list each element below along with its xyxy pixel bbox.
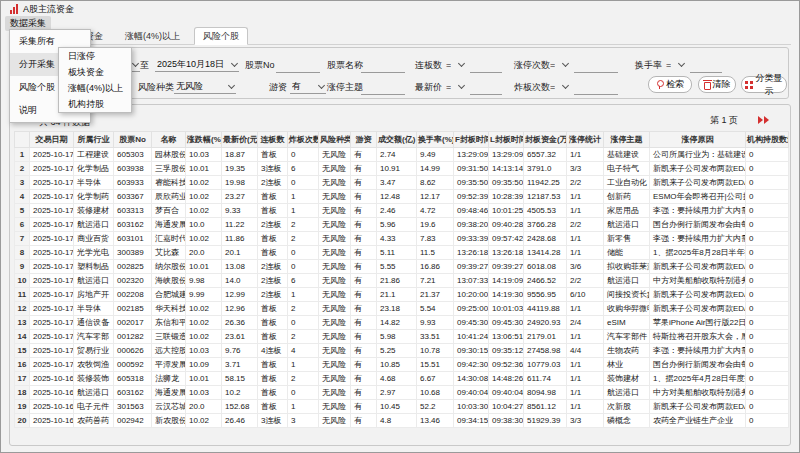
column-header[interactable]: 风险种类	[319, 132, 351, 148]
table-cell: 航运港口	[604, 386, 650, 400]
column-header[interactable]: L封板时间	[489, 132, 524, 148]
tab-risk-stocks[interactable]: 风险个股	[194, 27, 248, 45]
table-row[interactable]: 82025-10-17光学光电300389艾比森20.020.1首板0无风险有5…	[15, 246, 789, 260]
table-cell: 12.17	[417, 190, 454, 204]
date-to-select[interactable]: 2025年10月18日	[155, 58, 239, 72]
table-cell: 2025-10-17	[30, 330, 74, 344]
huanshou-input[interactable]	[690, 58, 722, 73]
search-button[interactable]: 检索	[648, 76, 692, 93]
huanshou-op-select[interactable]: =	[664, 58, 686, 72]
table-cell: 新凯来子公司发布两款EDA设计软...	[650, 400, 746, 414]
submenu-item-daily-limit-up[interactable]: 日涨停	[59, 48, 131, 64]
column-header[interactable]: 炸板次数	[288, 132, 319, 148]
zt-count-input[interactable]	[574, 58, 618, 73]
zhaban-op-select[interactable]: =	[548, 80, 570, 94]
table-cell: 2	[288, 302, 319, 316]
table-row[interactable]: 12025-10-17工程建设605303园林股份10.0318.87首板0无风…	[15, 148, 789, 162]
zhaban-input[interactable]	[574, 80, 618, 95]
column-header[interactable]: 涨停统计	[567, 132, 604, 148]
category-display-button[interactable]: 分类显示	[741, 76, 787, 93]
column-header[interactable]: 涨停主题	[604, 132, 650, 148]
table-cell: 0	[746, 246, 789, 260]
table-cell: 10.09	[186, 358, 222, 372]
column-header[interactable]	[15, 132, 30, 148]
table-cell: 0	[746, 162, 789, 176]
table-row[interactable]: 142025-10-17汽车零部001282三联锻造10.0223.61首板2无…	[15, 330, 789, 344]
table-row[interactable]: 162025-10-17农牧饲渔000592平潭发展10.093.71首板1无风…	[15, 358, 789, 372]
column-header[interactable]: 封板资金(万)	[524, 132, 567, 148]
zt-theme-input[interactable]	[361, 80, 405, 95]
table-row[interactable]: 112025-10-17房地产开002208合肥城建9.9912.992连板1无…	[15, 288, 789, 302]
submenu-item-block-funds[interactable]: 板块资金	[59, 64, 131, 80]
table-row[interactable]: 72025-10-17商业百货603101汇嘉时代10.0211.86首板2无风…	[15, 232, 789, 246]
column-header[interactable]: 涨停原因	[650, 132, 746, 148]
table-row[interactable]: 102025-10-17航运港口002320海峡股份9.9814.02连板6无风…	[15, 274, 789, 288]
table-row[interactable]: 32025-10-17半导体603933睿能科技10.0219.982连板0无风…	[15, 176, 789, 190]
table-cell: 无风险	[319, 288, 351, 302]
table-cell: 0	[746, 316, 789, 330]
table-cell: 航运港口	[74, 274, 114, 288]
submenu-item-gain-above-4pct[interactable]: 涨幅(4%)以上	[59, 80, 131, 96]
column-header[interactable]: 股票No	[114, 132, 152, 148]
table-cell: 1/1	[567, 190, 604, 204]
latest-price-input[interactable]	[470, 80, 502, 95]
table-cell: 2466.52	[524, 274, 567, 288]
column-header[interactable]: 所属行业	[74, 132, 114, 148]
column-header[interactable]: 连板数	[258, 132, 288, 148]
table-row[interactable]: 42025-10-17化学制药603367辰欣药业10.0223.27首板1无风…	[15, 190, 789, 204]
table-cell: 0	[746, 288, 789, 302]
table-cell: 2025-10-17	[30, 176, 74, 190]
table-cell: 特斯拉将召开股东大会，展示机器...	[650, 330, 746, 344]
table-cell: 20.0	[186, 246, 222, 260]
zt-count-op-select[interactable]: =	[548, 58, 570, 72]
column-header[interactable]: 涨跌幅(%)	[186, 132, 222, 148]
table-row[interactable]: 182025-10-16航运港口603162海通发展10.0310.2首板0无风…	[15, 386, 789, 400]
column-header[interactable]: 交易日期	[30, 132, 74, 148]
table-cell: 13:26:18	[489, 246, 524, 260]
table-cell: 0	[288, 246, 319, 260]
table-cell: 1/1	[567, 372, 604, 386]
table-cell: 2025-10-16	[30, 400, 74, 414]
stock-name-input[interactable]	[361, 58, 405, 73]
tab-gain-above-4pct[interactable]: 涨幅(4%)以上	[117, 28, 188, 44]
stock-no-input[interactable]	[276, 58, 320, 73]
column-header[interactable]: 游资	[351, 132, 377, 148]
table-cell: 10:03:30	[454, 400, 489, 414]
table-cell: 09:52:39	[454, 190, 489, 204]
lianban-op-select[interactable]: =	[444, 58, 466, 72]
table-row[interactable]: 92025-10-17塑料制品002825纳尔股份10.0113.082连板0无…	[15, 260, 789, 274]
table-row[interactable]: 52025-10-17装修建材603313梦百合10.029.33首板1无风险有…	[15, 204, 789, 218]
table-cell: 中方对美船舶收取特别港务费|1、...	[650, 274, 746, 288]
column-header[interactable]: 换手率(%)	[417, 132, 454, 148]
table-cell: 13:07:33	[454, 274, 489, 288]
table-row[interactable]: 172025-10-16装修装饰605318法狮龙10.0158.15首板2无风…	[15, 372, 789, 386]
table-cell: 2	[288, 218, 319, 232]
submenu-item-institution-holdings[interactable]: 机构持股	[59, 96, 131, 112]
clear-button[interactable]: 清除	[698, 76, 736, 93]
table-cell: 云汉芯城	[152, 400, 186, 414]
table-row[interactable]: 202025-10-16农药兽药002942新农股份10.0226.463连板3…	[15, 414, 789, 428]
row-number: 16	[15, 358, 30, 372]
table-cell: 002185	[114, 302, 152, 316]
table-row[interactable]: 132025-10-17通信设备002017东信和平10.0226.36首板0无…	[15, 316, 789, 330]
column-header[interactable]: 名称	[152, 132, 186, 148]
youzi-select[interactable]: 有	[290, 80, 326, 94]
column-header[interactable]: 最新价(元)	[222, 132, 258, 148]
table-row[interactable]: 122025-10-17半导体002185华天科技10.0212.96首板2无风…	[15, 302, 789, 316]
risk-type-select[interactable]: 无风险	[174, 80, 236, 94]
table-row[interactable]: 152025-10-17贸易行业000626远大控股10.039.764连板4无…	[15, 344, 789, 358]
table-row[interactable]: 22025-10-17化学制品603938三孚股份10.0119.353连板6无…	[15, 162, 789, 176]
column-header[interactable]: F封板时间	[454, 132, 489, 148]
column-header[interactable]: 机构持股数量	[746, 132, 789, 148]
table-cell: 首板	[258, 232, 288, 246]
table-cell: 艾比森	[152, 246, 186, 260]
chevron-down-icon	[562, 60, 569, 67]
table-row[interactable]: 192025-10-16电子元件301563云汉芯城20.0152.68首板1无…	[15, 400, 789, 414]
table-row[interactable]: 62025-10-17航运港口603162海通发展10.011.222连板2无风…	[15, 218, 789, 232]
table-cell: 首板	[258, 358, 288, 372]
next-page-icon[interactable]	[758, 116, 770, 124]
table-cell: 平潭发展	[152, 358, 186, 372]
column-header[interactable]: 成交额(亿)	[377, 132, 417, 148]
lianban-input[interactable]	[470, 58, 502, 73]
latest-price-op-select[interactable]: =	[444, 80, 466, 94]
